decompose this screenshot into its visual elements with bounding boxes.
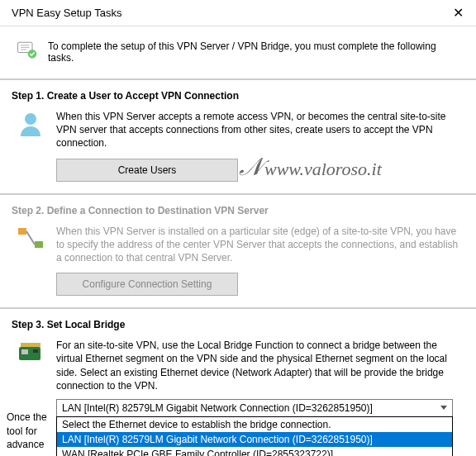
dropdown-header: Select the Ethernet device to establish … xyxy=(57,417,452,432)
window-title: VPN Easy Setup Tasks xyxy=(12,7,121,19)
intro-section: To complete the setup of this VPN Server… xyxy=(0,26,476,80)
svg-line-5 xyxy=(26,231,35,245)
step-3-title: Step 3. Set Local Bridge xyxy=(12,319,463,330)
watermark: 𝒩www.valoroso.it xyxy=(240,153,382,182)
svg-rect-7 xyxy=(21,349,28,354)
adapter-dropdown[interactable]: LAN [Intel(R) 82579LM Gigabit Network Co… xyxy=(56,399,463,417)
svg-rect-9 xyxy=(21,343,40,347)
step-2-desc: When this VPN Server is installed on a p… xyxy=(56,225,463,265)
titlebar: VPN Easy Setup Tasks ✕ xyxy=(0,0,476,26)
adapter-option[interactable]: WAN [Realtek PCIe GBE Family Controller … xyxy=(57,447,452,456)
step-3-desc: For an site-to-site VPN, use the Local B… xyxy=(56,339,463,392)
step-2: Step 2. Define a Connection to Destinati… xyxy=(0,195,476,308)
svg-rect-4 xyxy=(35,241,43,248)
intro-text: To complete the setup of this VPN Server… xyxy=(48,38,463,64)
adapter-dropdown-list: Select the Ethernet device to establish … xyxy=(56,416,453,456)
connection-icon xyxy=(17,225,45,255)
step-3: Step 3. Set Local Bridge For an site-to-… xyxy=(0,309,476,429)
tasks-icon xyxy=(15,38,38,64)
create-users-button[interactable]: Create Users xyxy=(56,159,238,182)
step-2-title: Step 2. Define a Connection to Destinati… xyxy=(12,205,463,216)
adapter-option[interactable]: LAN [Intel(R) 82579LM Gigabit Network Co… xyxy=(57,432,452,447)
bottom-hint: Once the tool for advance xyxy=(7,411,56,451)
close-button[interactable]: ✕ xyxy=(448,5,468,21)
svg-point-2 xyxy=(25,113,36,125)
adapter-select[interactable]: LAN [Intel(R) 82579LM Gigabit Network Co… xyxy=(56,399,453,417)
nic-icon xyxy=(17,339,45,369)
step-1-title: Step 1. Create a User to Accept VPN Conn… xyxy=(12,90,463,102)
step-1: Step 1. Create a User to Accept VPN Conn… xyxy=(0,80,476,193)
svg-rect-3 xyxy=(18,228,26,235)
svg-rect-8 xyxy=(33,349,38,353)
configure-connection-button: Configure Connection Setting xyxy=(56,273,238,296)
step-1-desc: When this VPN Server accepts a remote ac… xyxy=(56,110,463,150)
user-icon xyxy=(17,110,45,140)
